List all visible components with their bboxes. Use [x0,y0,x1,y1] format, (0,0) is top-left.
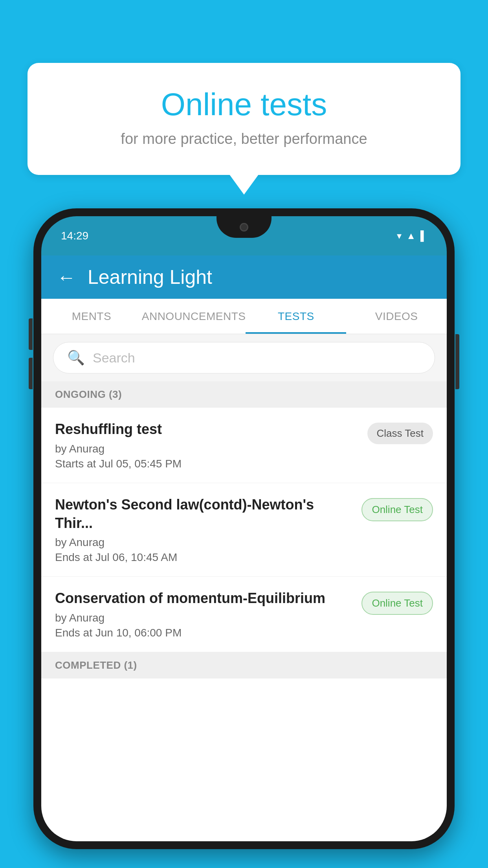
test-by-3: by Anurag [55,612,354,624]
status-bar: 14:29 ▾ ▲ ▌ [41,216,447,256]
test-name-3: Conservation of momentum-Equilibrium [55,589,354,608]
app-title: Learning Light [88,266,212,289]
bubble-title: Online tests [59,86,429,123]
test-name-2: Newton's Second law(contd)-Newton's Thir… [55,496,354,533]
completed-section-header: COMPLETED (1) [41,652,447,679]
list-item[interactable]: Conservation of momentum-Equilibrium by … [41,577,447,652]
phone-wrapper: 14:29 ▾ ▲ ▌ ← Learning Light MENTS [33,208,455,868]
search-icon: 🔍 [67,349,85,366]
tab-ments[interactable]: MENTS [41,299,142,334]
bubble-subtitle: for more practice, better performance [59,131,429,147]
search-container: 🔍 Search [41,334,447,381]
test-time-2: Ends at Jul 06, 10:45 AM [55,551,354,564]
camera [240,223,248,232]
search-input-wrapper[interactable]: 🔍 Search [53,342,435,373]
app-topbar: ← Learning Light [41,256,447,299]
back-button[interactable]: ← [57,267,76,288]
ongoing-label: ONGOING (3) [55,388,122,400]
notch [216,216,272,238]
app-screen: ← Learning Light MENTS ANNOUNCEMENTS TES… [41,256,447,841]
badge-online-test-2: Online Test [361,498,433,521]
completed-label: COMPLETED (1) [55,659,137,671]
badge-class-test-1: Class Test [367,423,433,444]
tab-announcements[interactable]: ANNOUNCEMENTS [142,299,246,334]
badge-online-test-3: Online Test [361,592,433,615]
list-item[interactable]: Newton's Second law(contd)-Newton's Thir… [41,483,447,577]
signal-icon: ▲ [406,230,416,241]
search-input[interactable]: Search [93,350,135,366]
status-time: 14:29 [61,230,88,242]
wifi-icon: ▾ [397,230,402,241]
test-name-1: Reshuffling test [55,420,360,439]
ongoing-section-header: ONGOING (3) [41,381,447,408]
test-info-2: Newton's Second law(contd)-Newton's Thir… [55,496,354,564]
test-list: Reshuffling test by Anurag Starts at Jul… [41,408,447,652]
phone-outer: 14:29 ▾ ▲ ▌ ← Learning Light MENTS [33,208,455,849]
power-button[interactable] [455,334,459,389]
volume-down-button[interactable] [29,358,33,389]
test-by-2: by Anurag [55,536,354,549]
battery-icon: ▌ [420,230,427,241]
tabs-bar: MENTS ANNOUNCEMENTS TESTS VIDEOS [41,299,447,334]
speech-bubble: Online tests for more practice, better p… [28,63,460,175]
list-item[interactable]: Reshuffling test by Anurag Starts at Jul… [41,408,447,483]
tab-tests[interactable]: TESTS [246,299,346,334]
test-info-3: Conservation of momentum-Equilibrium by … [55,589,354,639]
test-time-1: Starts at Jul 05, 05:45 PM [55,458,360,470]
status-icons: ▾ ▲ ▌ [397,230,427,241]
test-info-1: Reshuffling test by Anurag Starts at Jul… [55,420,360,470]
test-by-1: by Anurag [55,443,360,455]
volume-up-button[interactable] [29,318,33,350]
tab-videos[interactable]: VIDEOS [346,299,447,334]
test-time-3: Ends at Jun 10, 06:00 PM [55,627,354,639]
